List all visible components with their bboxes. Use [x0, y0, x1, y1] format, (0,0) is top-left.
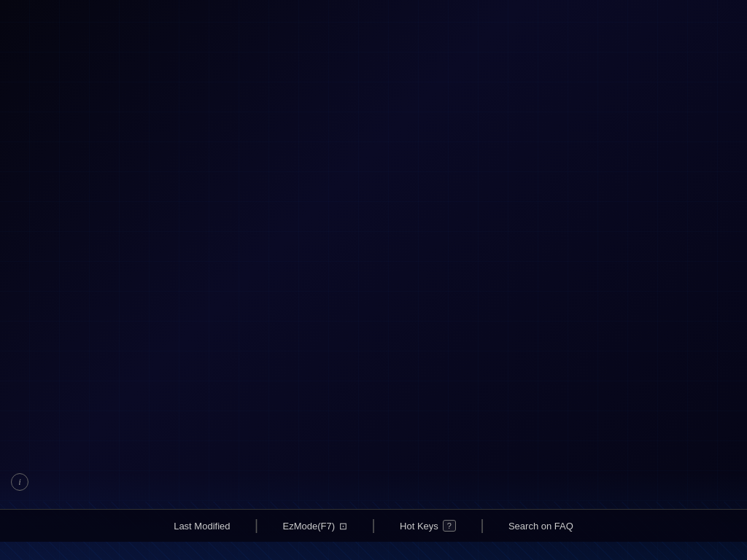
bottom-sep2: | [369, 518, 378, 534]
ezmode-label: EzMode(F7) [283, 521, 336, 532]
bottom-sep3: | [478, 518, 487, 534]
bottom-bar: Last Modified | EzMode(F7) ⊡ | Hot Keys … [0, 509, 747, 542]
last-modified-btn[interactable]: Last Modified [174, 521, 230, 532]
last-modified-label: Last Modified [174, 521, 230, 532]
info-icon[interactable]: i [11, 473, 28, 491]
search-faq-btn[interactable]: Search on FAQ [508, 521, 573, 532]
ezmode-btn[interactable]: EzMode(F7) ⊡ [283, 521, 348, 532]
ezmode-icon: ⊡ [339, 521, 347, 532]
hotkeys-key: ? [443, 520, 456, 532]
hotkeys-label: Hot Keys [400, 521, 438, 532]
search-faq-label: Search on FAQ [508, 521, 573, 532]
hotkeys-btn[interactable]: Hot Keys ? [400, 520, 456, 532]
bottom-sep1: | [252, 518, 260, 534]
